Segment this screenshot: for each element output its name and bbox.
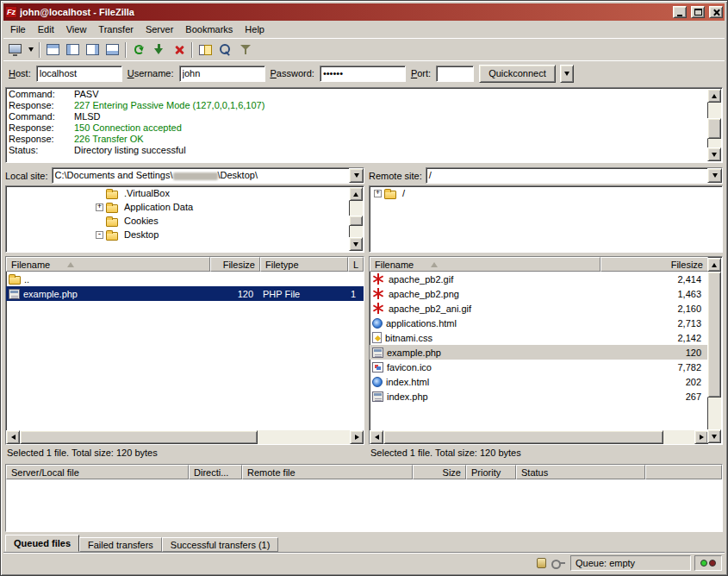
column-header-filename[interactable]: Filename bbox=[370, 257, 600, 272]
scrollbar-thumb[interactable] bbox=[707, 272, 721, 398]
queue-status-cell: Queue: empty bbox=[570, 555, 691, 571]
column-header-direction[interactable]: Directi... bbox=[189, 465, 242, 479]
column-header-filesize[interactable]: Filesize bbox=[210, 257, 260, 272]
file-row[interactable]: applications.html2,713 bbox=[370, 316, 708, 330]
process-queue-button[interactable] bbox=[149, 41, 169, 59]
ico-file-icon bbox=[372, 362, 383, 373]
menu-file[interactable]: File bbox=[4, 22, 32, 37]
tab-queued-files[interactable]: Queued files bbox=[5, 535, 79, 552]
file-row[interactable]: index.html202 bbox=[370, 374, 708, 389]
column-header-filesize[interactable]: Filesize bbox=[600, 257, 708, 272]
local-horizontal-scrollbar[interactable] bbox=[6, 430, 364, 444]
collapse-icon[interactable]: - bbox=[96, 231, 103, 239]
file-row-selected[interactable]: example.php120 bbox=[370, 345, 708, 360]
file-row[interactable]: apache_pb2_ani.gif2,160 bbox=[370, 301, 708, 316]
menu-bookmarks[interactable]: Bookmarks bbox=[179, 22, 239, 37]
column-header-filetype[interactable]: Filetype bbox=[260, 257, 348, 272]
scrollbar-thumb[interactable] bbox=[707, 118, 721, 138]
column-header-status[interactable]: Status bbox=[516, 465, 645, 479]
file-row[interactable]: index.php267 bbox=[370, 389, 708, 404]
scrollbar-thumb[interactable] bbox=[349, 216, 363, 227]
remote-site-combo[interactable]: / bbox=[426, 167, 723, 184]
tree-item[interactable]: +/ bbox=[370, 186, 722, 200]
file-row-selected[interactable]: example.php 120 PHP File 1 bbox=[6, 286, 364, 301]
quickconnect-dropdown-button[interactable] bbox=[560, 65, 574, 83]
log-scrollbar[interactable] bbox=[707, 89, 721, 161]
scroll-left-button[interactable] bbox=[6, 430, 20, 444]
file-row[interactable]: bitnami.css2,142 bbox=[370, 330, 708, 345]
menu-view[interactable]: View bbox=[60, 22, 93, 37]
file-row[interactable]: apache_pb2.gif2,414 bbox=[370, 272, 708, 286]
site-manager-button[interactable] bbox=[5, 41, 25, 59]
toggle-local-tree-icon bbox=[66, 44, 79, 55]
scroll-up-button[interactable] bbox=[349, 187, 363, 201]
scroll-down-button[interactable] bbox=[707, 429, 721, 443]
file-row[interactable]: apache_pb2.png1,463 bbox=[370, 286, 708, 301]
quickconnect-button[interactable]: Quickconnect bbox=[479, 65, 556, 83]
scrollbar-thumb[interactable] bbox=[383, 430, 663, 444]
host-input[interactable] bbox=[36, 66, 122, 82]
title-bar[interactable]: Fz john@localhost - FileZilla bbox=[3, 3, 725, 21]
local-site-combo[interactable]: C:\Documents and Settings\\Desktop\ bbox=[52, 167, 364, 184]
tab-failed-transfers[interactable]: Failed transfers bbox=[79, 537, 162, 552]
remote-horizontal-scrollbar[interactable] bbox=[370, 430, 708, 444]
maximize-button[interactable] bbox=[691, 6, 705, 18]
site-manager-dropdown-button[interactable] bbox=[25, 41, 36, 59]
remote-directory-tree: +/ bbox=[369, 185, 723, 253]
column-header-lastmodified[interactable]: L bbox=[348, 257, 364, 272]
column-header-server-local-file[interactable]: Server/Local file bbox=[6, 465, 189, 479]
log-line: Command:PASV bbox=[9, 89, 706, 100]
scroll-up-button[interactable] bbox=[707, 258, 721, 272]
remote-list-scrollbar[interactable] bbox=[707, 258, 721, 443]
combo-dropdown-button[interactable] bbox=[349, 168, 364, 183]
local-tree-scrollbar[interactable] bbox=[349, 187, 363, 251]
html-file-icon bbox=[372, 318, 383, 329]
column-header-size[interactable]: Size bbox=[413, 465, 466, 479]
speed-limits-icon[interactable] bbox=[537, 558, 546, 568]
tab-successful-transfers[interactable]: Successful transfers (1) bbox=[162, 537, 279, 552]
close-button[interactable] bbox=[709, 6, 723, 18]
combo-dropdown-button[interactable] bbox=[707, 168, 722, 183]
toggle-queue-button[interactable] bbox=[103, 41, 122, 59]
cancel-button[interactable] bbox=[169, 41, 189, 59]
scroll-down-button[interactable] bbox=[707, 147, 721, 161]
local-pane: Local site: C:\Documents and Settings\\D… bbox=[5, 166, 364, 460]
toggle-remote-tree-button[interactable] bbox=[83, 41, 103, 59]
scroll-right-button[interactable] bbox=[694, 430, 708, 444]
queue-list-empty[interactable] bbox=[6, 479, 722, 531]
column-header-filename[interactable]: Filename bbox=[6, 257, 210, 272]
find-files-button[interactable] bbox=[215, 41, 235, 59]
file-row[interactable]: .. bbox=[6, 272, 364, 286]
tree-item[interactable]: -Desktop bbox=[6, 228, 350, 241]
toggle-message-log-button[interactable] bbox=[43, 41, 63, 59]
port-input[interactable] bbox=[436, 66, 474, 82]
scroll-down-button[interactable] bbox=[349, 237, 363, 251]
column-header-remote-file[interactable]: Remote file bbox=[242, 465, 413, 479]
username-input[interactable] bbox=[179, 66, 265, 82]
scroll-left-button[interactable] bbox=[370, 430, 383, 444]
refresh-button[interactable] bbox=[129, 41, 149, 59]
folder-icon bbox=[106, 232, 118, 241]
directory-comparison-button[interactable] bbox=[196, 41, 215, 59]
encryption-icon[interactable] bbox=[551, 559, 565, 567]
tree-item[interactable]: +Application Data bbox=[6, 200, 350, 214]
menu-transfer[interactable]: Transfer bbox=[92, 22, 140, 37]
tree-item[interactable]: Cookies bbox=[6, 214, 350, 228]
password-input[interactable] bbox=[320, 66, 406, 82]
scroll-up-button[interactable] bbox=[707, 89, 721, 103]
expand-icon[interactable]: + bbox=[96, 203, 103, 211]
minimize-button[interactable] bbox=[673, 6, 687, 18]
scrollbar-thumb[interactable] bbox=[20, 430, 258, 444]
scroll-right-button[interactable] bbox=[350, 430, 364, 444]
local-status-text: Selected 1 file. Total size: 120 bytes bbox=[5, 445, 364, 460]
menu-server[interactable]: Server bbox=[140, 22, 179, 37]
filter-button[interactable] bbox=[235, 41, 255, 59]
menu-help[interactable]: Help bbox=[239, 22, 271, 37]
toggle-local-tree-button[interactable] bbox=[63, 41, 83, 59]
file-row[interactable]: favicon.ico7,782 bbox=[370, 360, 708, 374]
column-header-priority[interactable]: Priority bbox=[466, 465, 516, 479]
expand-icon[interactable]: + bbox=[374, 190, 382, 197]
tree-item[interactable]: .VirtualBox bbox=[6, 186, 350, 200]
menu-edit[interactable]: Edit bbox=[32, 22, 60, 37]
minimize-icon bbox=[677, 15, 682, 16]
